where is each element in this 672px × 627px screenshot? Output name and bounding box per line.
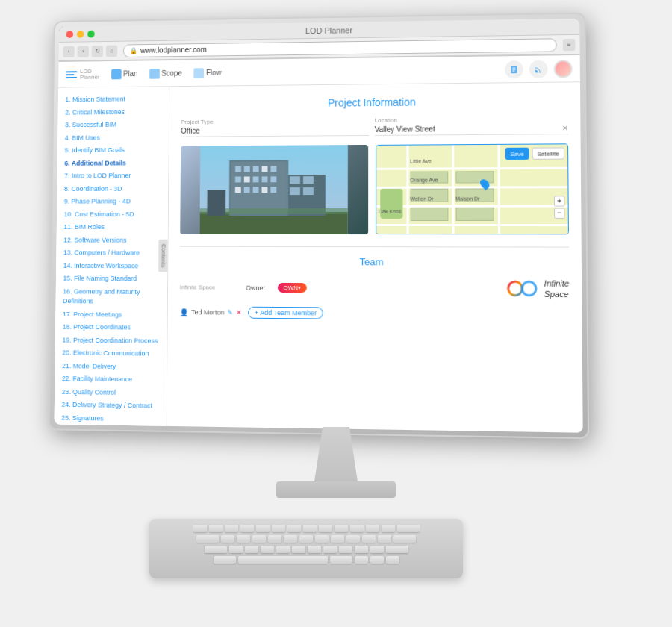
sidebar-item-6[interactable]: 6. Additional Details (57, 157, 169, 170)
sidebar-item-17[interactable]: 17. Project Meetings (55, 308, 167, 322)
key-tab[interactable] (196, 535, 219, 543)
key[interactable] (319, 525, 332, 532)
sidebar-item-5[interactable]: 5. Identify BIM Goals (57, 144, 169, 157)
sidebar-item-20[interactable]: 20. Electronic Communication (55, 346, 167, 361)
sidebar-item-22[interactable]: 22. Facility Maintenance (55, 372, 167, 387)
key[interactable] (252, 535, 266, 543)
sidebar-item-24[interactable]: 24. Delivery Strategy / Contract (55, 399, 167, 414)
sidebar-item-16[interactable]: 16. Geometry and Maturity Definitions (56, 285, 168, 309)
user-avatar[interactable] (554, 60, 573, 78)
minimize-button[interactable] (77, 30, 84, 37)
sidebar-item-9[interactable]: 9. Phase Planning - 4D (57, 196, 168, 208)
key[interactable] (346, 535, 360, 543)
sidebar-item-8[interactable]: 8. Coordination - 3D (57, 182, 168, 196)
refresh-button[interactable]: ↻ (92, 45, 103, 57)
key[interactable] (287, 525, 301, 532)
sidebar-item-11[interactable]: 11. BIM Roles (57, 221, 168, 234)
keyboard-row-3 (155, 546, 457, 553)
key[interactable] (378, 535, 391, 543)
project-type-value[interactable]: Office (181, 125, 368, 137)
nav-flow[interactable]: Flow (193, 67, 221, 78)
feed-button[interactable] (529, 60, 548, 78)
sidebar-item-7[interactable]: 7. Intro to LOD Planner (57, 169, 169, 183)
key[interactable] (355, 546, 368, 553)
docs-button[interactable] (505, 60, 523, 78)
location-value[interactable]: Valley View Street ✕ (375, 124, 568, 136)
key[interactable] (221, 535, 234, 543)
sidebar-item-2[interactable]: 2. Critical Milestones (58, 105, 169, 119)
sidebar-item-23[interactable]: 23. Quality Control (55, 385, 167, 399)
key[interactable] (370, 546, 384, 553)
key[interactable] (335, 525, 348, 532)
key[interactable] (237, 535, 250, 543)
key[interactable] (245, 546, 258, 553)
key[interactable] (225, 525, 238, 532)
key-backspace[interactable] (397, 525, 420, 532)
lock-icon: 🔒 (129, 47, 137, 54)
key[interactable] (261, 546, 274, 553)
key-space[interactable] (238, 556, 328, 564)
key[interactable] (323, 546, 337, 553)
key-fn[interactable] (330, 556, 352, 564)
key[interactable] (193, 525, 207, 532)
key[interactable] (331, 535, 344, 543)
sidebar-item-19[interactable]: 19. Project Coordination Process (55, 334, 167, 348)
key[interactable] (303, 525, 317, 532)
key[interactable] (339, 546, 352, 553)
add-member-button[interactable]: + Add Team Member (248, 307, 323, 319)
sidebar-item-18[interactable]: 18. Project Coordinates (55, 321, 167, 335)
team-role-badge[interactable]: OWN▾ (277, 283, 306, 293)
close-button[interactable] (66, 31, 74, 38)
key-enter[interactable] (393, 535, 416, 543)
sidebar-item-3[interactable]: 3. Successful BIM (57, 118, 168, 131)
home-button[interactable]: ⌂ (106, 45, 118, 57)
sidebar-item-1[interactable]: 1. Mission Statement (58, 93, 169, 107)
zoom-in-button[interactable]: + (554, 196, 565, 206)
key-right[interactable] (386, 556, 399, 564)
key-left[interactable] (355, 556, 368, 564)
key[interactable] (382, 525, 395, 532)
forward-button[interactable]: › (77, 46, 88, 57)
back-button[interactable]: ‹ (63, 46, 74, 57)
menu-button[interactable]: ≡ (563, 38, 576, 50)
nav-plan[interactable]: Plan (111, 69, 138, 79)
key-shift-l[interactable] (214, 556, 236, 564)
sidebar-item-13[interactable]: 13. Computers / Hardware (56, 246, 167, 260)
contents-tab[interactable]: Contents (158, 240, 168, 272)
map-save-button[interactable]: Save (505, 148, 529, 160)
key[interactable] (276, 546, 290, 553)
member-name-text: Ted Morton (191, 308, 224, 316)
clear-location-button[interactable]: ✕ (562, 124, 568, 132)
key[interactable] (350, 525, 364, 532)
remove-member-button[interactable]: ✕ (236, 309, 242, 316)
zoom-out-button[interactable]: − (554, 208, 565, 219)
sidebar-item-21[interactable]: 21. Model Delivery (55, 360, 167, 374)
key[interactable] (256, 525, 270, 532)
key[interactable] (272, 525, 285, 532)
key-up[interactable] (370, 556, 384, 564)
sidebar-item-14[interactable]: 14. Interactive Workspace (56, 260, 167, 273)
key[interactable] (240, 525, 254, 532)
key[interactable] (299, 535, 313, 543)
key[interactable] (366, 525, 379, 532)
key[interactable] (268, 535, 281, 543)
map-satellite-button[interactable]: Satellite (532, 147, 564, 159)
key-caps[interactable] (205, 546, 227, 553)
key[interactable] (229, 546, 243, 553)
key[interactable] (315, 535, 329, 543)
sidebar-item-10[interactable]: 10. Cost Estimation - 5D (57, 208, 168, 221)
edit-member-button[interactable]: ✎ (227, 309, 233, 316)
key-shift-r[interactable] (386, 546, 408, 553)
nav-scope[interactable]: Scope (149, 68, 182, 78)
key[interactable] (284, 535, 297, 543)
sidebar-item-15[interactable]: 15. File Naming Standard (56, 272, 167, 286)
maximize-button[interactable] (87, 30, 95, 37)
key[interactable] (308, 546, 321, 553)
key[interactable] (292, 546, 305, 553)
sidebar-item-12[interactable]: 12. Software Versions (57, 234, 168, 246)
sidebar-item-25[interactable]: 25. Signatures (55, 411, 167, 426)
address-bar[interactable]: 🔒 www.lodplanner.com (123, 38, 557, 57)
key[interactable] (209, 525, 223, 532)
key[interactable] (362, 535, 376, 543)
sidebar-item-4[interactable]: 4. BIM Uses (57, 131, 169, 144)
